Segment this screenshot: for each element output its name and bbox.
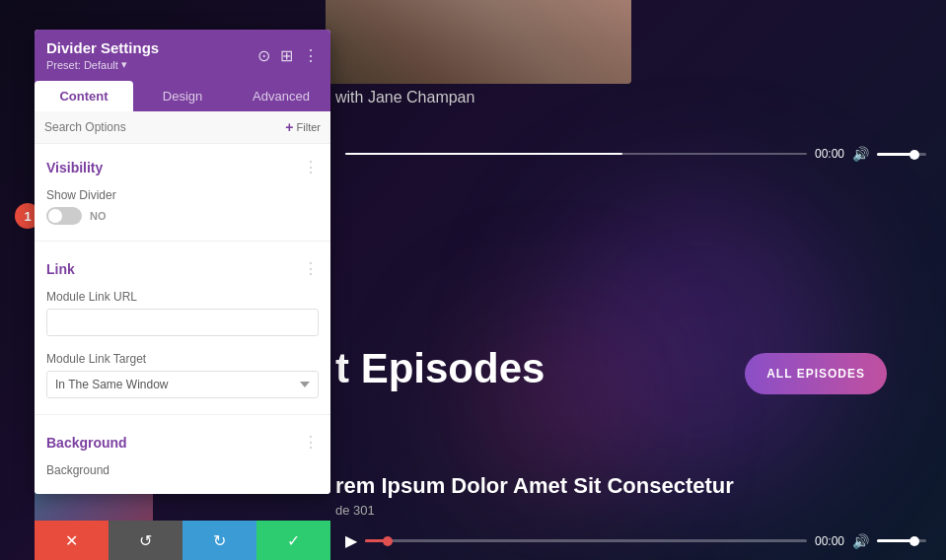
top-image-overlay	[326, 0, 631, 84]
url-input[interactable]	[46, 309, 319, 336]
preset-label: Preset: Default	[46, 59, 118, 71]
volume-bar-top[interactable]	[877, 153, 926, 156]
reset-button[interactable]: ↺	[109, 521, 182, 560]
target-label: Module Link Target	[46, 352, 319, 366]
filter-plus-icon: +	[285, 119, 293, 135]
volume-knob-top	[910, 150, 919, 160]
volume-icon-bottom[interactable]: 🔊	[852, 533, 869, 549]
bottom-toolbar: ✕ ↺ ↻ ✓	[35, 521, 330, 560]
section-divider-1	[35, 241, 330, 242]
top-image	[326, 0, 631, 84]
cancel-button[interactable]: ✕	[35, 521, 109, 560]
background-label: Background	[46, 463, 319, 477]
progress-knob-bottom	[383, 536, 393, 546]
bottom-subtitle: de 301	[335, 503, 734, 518]
columns-icon[interactable]: ⊞	[280, 46, 293, 65]
save-button[interactable]: ✓	[256, 521, 330, 560]
toggle-knob	[48, 209, 62, 223]
tab-design[interactable]: Design	[133, 81, 232, 111]
panel-preset[interactable]: Preset: Default ▾	[46, 58, 159, 71]
settings-panel: Divider Settings Preset: Default ▾ ⊙ ⊞ ⋮…	[35, 30, 330, 494]
volume-bar-bottom[interactable]	[877, 539, 926, 542]
target-icon[interactable]: ⊙	[257, 46, 270, 65]
show-divider-label: Show Divider	[46, 188, 319, 202]
background-field: Background	[35, 459, 330, 494]
visibility-title: Visibility	[46, 160, 103, 175]
bottom-content-text: rem Ipsum Dolor Amet Sit Consectetur de …	[335, 473, 734, 518]
audio-bar-bottom: ▶ 00:00 🔊	[326, 531, 946, 550]
panel-header-icons: ⊙ ⊞ ⋮	[257, 46, 319, 65]
all-episodes-button[interactable]: ALL EPISODES	[745, 353, 887, 394]
link-menu-icon[interactable]: ⋮	[303, 259, 319, 278]
progress-bar-bottom[interactable]	[365, 539, 807, 542]
audio-progress-top[interactable]	[345, 153, 807, 155]
show-divider-toggle[interactable]	[46, 207, 82, 225]
play-button-bottom[interactable]: ▶	[345, 531, 357, 550]
panel-search-bar: + Filter	[35, 111, 330, 144]
toggle-row: NO	[46, 207, 319, 225]
link-section-header: Link ⋮	[35, 245, 330, 286]
section-divider-2	[35, 414, 330, 415]
module-link-target-field: Module Link Target In The Same Window In…	[35, 348, 330, 410]
show-divider-field: Show Divider NO	[35, 184, 330, 237]
volume-knob-bottom	[910, 536, 919, 546]
panel-body: Visibility ⋮ Show Divider NO Link ⋮ Modu…	[35, 144, 330, 494]
more-icon[interactable]: ⋮	[303, 46, 319, 65]
panel-title: Divider Settings	[46, 39, 159, 56]
link-title: Link	[46, 261, 75, 277]
tab-content[interactable]: Content	[35, 81, 133, 111]
redo-button[interactable]: ↻	[182, 521, 256, 560]
search-input[interactable]	[44, 120, 285, 134]
audio-bar-top: 00:00 🔊	[326, 146, 946, 162]
tab-advanced[interactable]: Advanced	[232, 81, 330, 111]
background-title: Background	[46, 435, 127, 451]
toggle-state-label: NO	[90, 210, 107, 222]
audio-time-top: 00:00	[815, 147, 844, 161]
episodes-title-prefix: t	[335, 345, 361, 391]
time-bottom: 00:00	[815, 534, 844, 548]
main-text-area: with Jane Champan	[335, 89, 474, 114]
filter-button[interactable]: + Filter	[285, 119, 321, 135]
bottom-title: rem Ipsum Dolor Amet Sit Consectetur	[335, 473, 734, 499]
module-link-url-field: Module Link URL	[35, 286, 330, 348]
preset-arrow: ▾	[121, 58, 127, 71]
filter-label: Filter	[297, 121, 321, 133]
visibility-menu-icon[interactable]: ⋮	[303, 158, 319, 176]
url-label: Module Link URL	[46, 290, 319, 304]
main-subtitle: with Jane Champan	[335, 89, 474, 106]
background-section-header: Background ⋮	[35, 419, 330, 459]
background-menu-icon[interactable]: ⋮	[303, 433, 319, 452]
panel-header: Divider Settings Preset: Default ▾ ⊙ ⊞ ⋮	[35, 30, 330, 81]
visibility-section-header: Visibility ⋮	[35, 144, 330, 184]
target-select[interactable]: In The Same Window In The New Tab	[46, 371, 319, 398]
panel-title-group: Divider Settings Preset: Default ▾	[46, 39, 159, 71]
panel-tabs: Content Design Advanced	[35, 81, 330, 111]
glow-purple	[551, 197, 847, 493]
volume-icon-top[interactable]: 🔊	[852, 146, 869, 162]
episodes-title: t Episodes	[335, 345, 545, 392]
